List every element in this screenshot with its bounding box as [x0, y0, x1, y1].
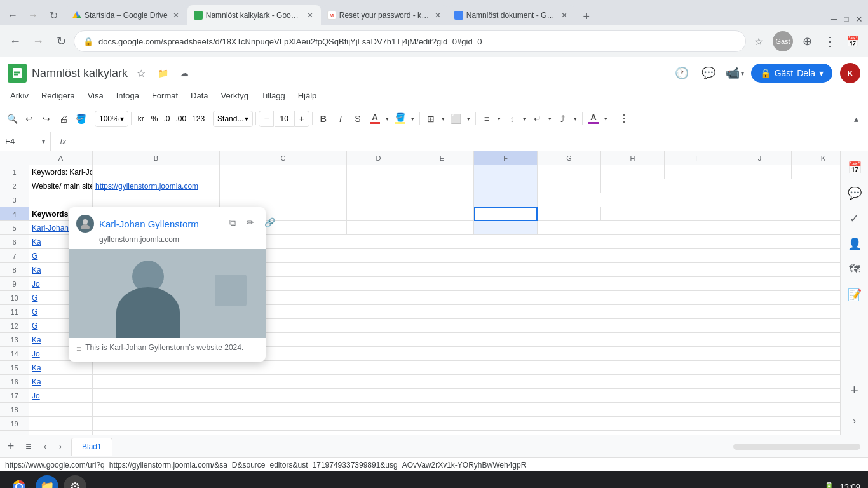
- browser-menu-btn[interactable]: ⋮: [820, 31, 840, 51]
- sidebar-add-btn[interactable]: +: [843, 379, 866, 402]
- font-color-chevron[interactable]: ▾: [602, 111, 610, 127]
- tab-drive-close[interactable]: ✕: [171, 10, 181, 20]
- cell-K1[interactable]: [792, 165, 840, 179]
- col-header-I[interactable]: I: [665, 151, 728, 165]
- close-window-btn[interactable]: ✕: [853, 13, 865, 25]
- sidebar-tasks-icon[interactable]: ✓: [843, 207, 866, 230]
- cell-F3[interactable]: [474, 193, 538, 207]
- share-button[interactable]: 🔒 Gäst Dela ▾: [751, 64, 832, 83]
- comment-btn[interactable]: 💬: [698, 62, 719, 84]
- tooltip-name[interactable]: Karl-Johan Gyllenstorm: [99, 219, 199, 229]
- formula-content[interactable]: [76, 132, 868, 151]
- strikethrough-btn[interactable]: S: [349, 111, 366, 127]
- zoom-select[interactable]: 100% ▾: [95, 111, 128, 127]
- history-btn[interactable]: 🕐: [671, 62, 693, 84]
- minimize-btn[interactable]: ─: [827, 13, 840, 25]
- sidebar-notes-icon[interactable]: 📝: [843, 283, 866, 306]
- move-btn[interactable]: 📁: [154, 65, 171, 81]
- font-color-text-btn[interactable]: A: [585, 111, 602, 127]
- paint-format-btn[interactable]: 🪣: [72, 111, 89, 127]
- cell-rest-16[interactable]: [93, 375, 840, 389]
- tab-docs-close[interactable]: ✕: [560, 10, 569, 20]
- cell-G1[interactable]: [538, 165, 601, 179]
- menu-hjalp[interactable]: Hjälp: [292, 89, 323, 102]
- cell-E1[interactable]: [410, 165, 474, 179]
- tooltip-action-copy[interactable]: ⧉: [224, 214, 241, 231]
- cell-A17[interactable]: Jo: [29, 389, 93, 403]
- row-header-16[interactable]: 16: [0, 375, 29, 389]
- taskbar-settings-icon[interactable]: ⚙: [64, 475, 86, 488]
- browser-refresh-btn[interactable]: ↻: [43, 5, 64, 25]
- sheet-menu-btn[interactable]: ≡: [20, 438, 37, 455]
- nav-forward-btn[interactable]: →: [28, 31, 48, 51]
- borders-btn[interactable]: ⊞: [423, 111, 439, 127]
- cell-F2[interactable]: [474, 179, 538, 193]
- bold-btn[interactable]: B: [315, 111, 332, 127]
- cell-B2[interactable]: https://gyllenstorm.joomla.com: [93, 179, 220, 193]
- add-sheet-btn[interactable]: +: [3, 438, 19, 455]
- cell-A20[interactable]: [29, 431, 93, 435]
- cell-rest-19[interactable]: [93, 417, 840, 431]
- print-btn[interactable]: 🖨: [55, 111, 72, 127]
- cell-C3[interactable]: [220, 193, 347, 207]
- row-header-7[interactable]: 7: [0, 249, 29, 263]
- col-header-F[interactable]: F: [474, 151, 538, 165]
- sidebar-maps-icon[interactable]: 🗺: [843, 258, 866, 281]
- cell-D5[interactable]: [347, 221, 410, 235]
- cell-A3[interactable]: [29, 193, 93, 207]
- redo-btn[interactable]: ↪: [38, 111, 55, 127]
- rotate-chevron[interactable]: ▾: [572, 111, 580, 127]
- cell-E4[interactable]: [410, 207, 474, 221]
- cell-C1[interactable]: [220, 165, 347, 179]
- row-header-14[interactable]: 14: [0, 347, 29, 361]
- row-header-13[interactable]: 13: [0, 333, 29, 347]
- cell-E2[interactable]: [410, 179, 474, 193]
- menu-format[interactable]: Format: [146, 89, 184, 102]
- tab-sheets[interactable]: Namnlöst kalkylark - Google Ka... ✕: [187, 5, 321, 25]
- calendar-sidebar-btn[interactable]: 📅: [843, 31, 863, 51]
- address-bar[interactable]: 🔒 docs.google.com/spreadsheets/d/18XTcNn…: [74, 30, 746, 52]
- cell-B1[interactable]: [93, 165, 220, 179]
- row-header-3[interactable]: 3: [0, 193, 29, 207]
- tab-gmail[interactable]: M Reset your password - kgyllensto... ✕: [321, 5, 448, 25]
- cell-G2[interactable]: [538, 179, 601, 193]
- col-header-A[interactable]: A: [29, 151, 93, 165]
- tab-gmail-close[interactable]: ✕: [433, 10, 441, 20]
- sheet-tab-blad1[interactable]: Blad1: [71, 438, 112, 456]
- col-header-J[interactable]: J: [728, 151, 792, 165]
- font-plus-btn[interactable]: +: [294, 111, 309, 127]
- italic-btn[interactable]: I: [332, 111, 349, 127]
- sidebar-expand-btn[interactable]: ›: [843, 409, 866, 432]
- star-btn[interactable]: ☆: [133, 65, 149, 81]
- cell-A1[interactable]: Keywords: Karl-Johan Gyllenstorm: [29, 165, 93, 179]
- col-header-K[interactable]: K: [792, 151, 840, 165]
- row-header-12[interactable]: 12: [0, 319, 29, 333]
- undo-btn[interactable]: ↩: [21, 111, 37, 127]
- wrap-chevron[interactable]: ▾: [546, 111, 554, 127]
- tab-google-drive[interactable]: Startsida – Google Drive ✕: [66, 5, 187, 25]
- col-header-H[interactable]: H: [601, 151, 665, 165]
- row-header-15[interactable]: 15: [0, 361, 29, 375]
- more-toolbar-btn[interactable]: ⋮: [616, 111, 632, 127]
- col-header-E[interactable]: E: [410, 151, 474, 165]
- valign-chevron[interactable]: ▾: [521, 111, 529, 127]
- row-header-6[interactable]: 6: [0, 235, 29, 249]
- merge-btn[interactable]: ⬜: [448, 111, 465, 127]
- cell-E5[interactable]: [410, 221, 474, 235]
- percent-btn[interactable]: %: [149, 111, 161, 127]
- menu-tillagg[interactable]: Tillägg: [255, 89, 292, 102]
- cell-B3[interactable]: [93, 193, 220, 207]
- cell-G4[interactable]: [538, 207, 601, 221]
- cell-I1[interactable]: [665, 165, 728, 179]
- rotate-btn[interactable]: ⤴: [555, 111, 571, 127]
- tab-docs[interactable]: Namnlöst dokument - Google D... ✕: [448, 5, 575, 25]
- halign-btn[interactable]: ≡: [478, 111, 495, 127]
- menu-redigera[interactable]: Redigera: [35, 89, 81, 102]
- menu-data[interactable]: Data: [184, 89, 214, 102]
- cell-B2-link[interactable]: https://gyllenstorm.joomla.com: [95, 182, 198, 191]
- cell-rest-20[interactable]: [93, 431, 840, 435]
- sidebar-contacts-icon[interactable]: 👤: [843, 233, 866, 255]
- menu-infoga[interactable]: Infoga: [110, 89, 146, 102]
- row-header-8[interactable]: 8: [0, 263, 29, 277]
- merge-chevron[interactable]: ▾: [465, 111, 473, 127]
